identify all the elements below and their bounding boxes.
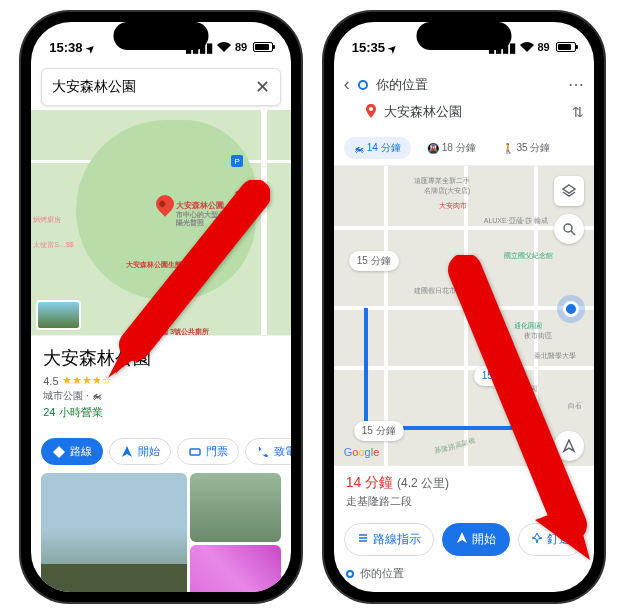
swap-icon[interactable]: ⇅ [572,104,584,120]
directions-button[interactable]: 路線 [41,438,103,465]
svg-point-1 [369,107,373,111]
map-poi-label: 太便當S…$$ [33,240,73,250]
transit-icon: 🚇 [427,143,439,154]
call-button[interactable]: 致電 [245,438,291,465]
battery-percent: 89 [538,41,550,53]
phone-icon [256,445,270,459]
tickets-button[interactable]: 門票 [177,438,239,465]
route-alt-badge[interactable]: 15 分鐘 [349,251,399,271]
map-poi-label: 名牌店(大安店) [424,186,471,196]
location-arrow-icon [86,40,94,55]
search-bar[interactable]: 大安森林公園 ✕ [41,68,281,106]
wifi-icon [217,40,231,55]
list-icon [357,532,369,547]
start-button[interactable]: 開始 [109,438,171,465]
back-button[interactable]: ‹ [344,74,350,95]
clear-search-icon[interactable]: ✕ [255,76,270,98]
photo-grid [31,473,291,592]
search-on-map-button[interactable] [554,214,584,244]
place-photo[interactable] [190,473,281,542]
place-photo-thumb[interactable] [36,300,81,330]
location-arrow-icon [388,40,396,55]
origin-dot-icon [346,570,354,578]
travel-mode-tabs: 🏍 14 分鐘 🚇 18 分鐘 🚶 35 分鐘 [334,131,594,166]
directions-icon [52,445,66,459]
svg-rect-0 [190,449,200,455]
destination-field[interactable]: 大安森林公園 [384,103,564,121]
svg-point-2 [564,224,572,232]
notch [416,22,511,50]
route-alt-badge[interactable]: 15 分鐘 [354,421,404,441]
origin-dot-icon [358,80,368,90]
search-input[interactable]: 大安森林公園 [52,78,255,96]
mode-motorcycle-tab[interactable]: 🏍 14 分鐘 [344,137,411,159]
annotation-arrow-right [425,255,605,569]
status-time: 15:35 [352,40,385,55]
destination-pin-icon [366,104,376,121]
google-logo: Google [344,446,380,458]
motorcycle-icon: 🏍 [354,143,364,154]
walk-icon: 🚶 [502,143,514,154]
battery-icon [253,42,273,52]
layers-button[interactable] [554,176,584,206]
map-poi-label: 遠匯專業全新二手 [414,176,470,186]
status-time: 15:38 [49,40,82,55]
mode-walk-tab[interactable]: 🚶 35 分鐘 [492,137,561,159]
map-poi-label: ALUXE·亞薩·莎 輸成 [484,216,548,226]
svg-line-3 [571,231,575,235]
notch [114,22,209,50]
bottom-location-label: 你的位置 [360,566,404,581]
ticket-icon [188,445,202,459]
action-button-row: 路線 開始 門票 致電 [31,430,291,473]
rating-value: 4.5 [43,375,58,387]
parking-icon[interactable]: P [231,155,243,167]
place-photo[interactable] [41,473,187,592]
navigate-icon [120,445,134,459]
directions-header: ‹ 你的位置 ⋯ 大安森林公園 ⇅ [334,64,594,131]
more-menu-icon[interactable]: ⋯ [568,75,584,94]
map-poi-label: 焗烤廚房 [33,215,61,225]
map-poi-label: 大安肉市 [439,201,467,211]
place-hours: 24 小時營業 [43,405,279,420]
annotation-arrow-left [100,180,270,394]
origin-field[interactable]: 你的位置 [376,76,560,94]
place-photo[interactable] [190,545,281,593]
route-duration: 14 分鐘 [346,474,393,490]
mode-transit-tab[interactable]: 🚇 18 分鐘 [417,137,486,159]
steps-button[interactable]: 路線指示 [344,523,434,556]
battery-icon [556,42,576,52]
battery-percent: 89 [235,41,247,53]
wifi-icon [520,40,534,55]
